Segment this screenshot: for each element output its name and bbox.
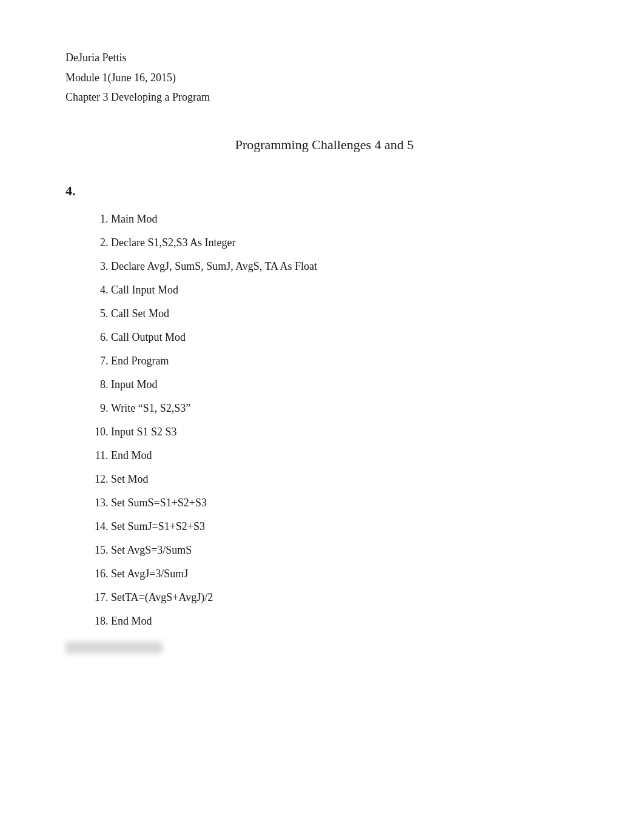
list-item: Set SumJ=S1+S2+S3 — [111, 518, 583, 535]
list-item: Call Input Mod — [111, 282, 583, 298]
list-item: Set AvgJ=3/SumJ — [111, 566, 583, 582]
list-item: Write “S1, S2,S3” — [111, 400, 583, 417]
section-label: 4. — [65, 183, 583, 199]
program-list: Main ModDeclare S1,S2,S3 As IntegerDecla… — [78, 211, 583, 629]
list-item: Input Mod — [111, 377, 583, 393]
list-item: Set SumS=S1+S2+S3 — [111, 495, 583, 511]
list-item: Set AvgS=3/SumS — [111, 542, 583, 558]
list-item: Declare AvgJ, SumS, SumJ, AvgS, TA As Fl… — [111, 258, 583, 275]
list-item: Set Mod — [111, 471, 583, 488]
module-info: Module 1(June 16, 2015) — [65, 69, 583, 87]
list-item: Input S1 S2 S3 — [111, 424, 583, 440]
page-title: Programming Challenges 4 and 5 — [65, 137, 583, 153]
section-4: 4. Main ModDeclare S1,S2,S3 As IntegerDe… — [65, 183, 583, 629]
list-item: Call Output Mod — [111, 329, 583, 346]
list-item: End Program — [111, 353, 583, 369]
chapter-info: Chapter 3 Developing a Program — [65, 88, 583, 107]
footer-blur — [65, 642, 163, 654]
list-item: End Mod — [111, 613, 583, 629]
list-item: End Mod — [111, 448, 583, 464]
list-item: Main Mod — [111, 211, 583, 227]
list-item: SetTA=(AvgS+AvgJ)/2 — [111, 589, 583, 606]
title-section: Programming Challenges 4 and 5 — [65, 137, 583, 153]
list-item: Declare S1,S2,S3 As Integer — [111, 235, 583, 251]
list-item: Call Set Mod — [111, 306, 583, 322]
author-name: DeJuria Pettis — [65, 49, 583, 67]
header-section: DeJuria Pettis Module 1(June 16, 2015) C… — [65, 49, 583, 107]
